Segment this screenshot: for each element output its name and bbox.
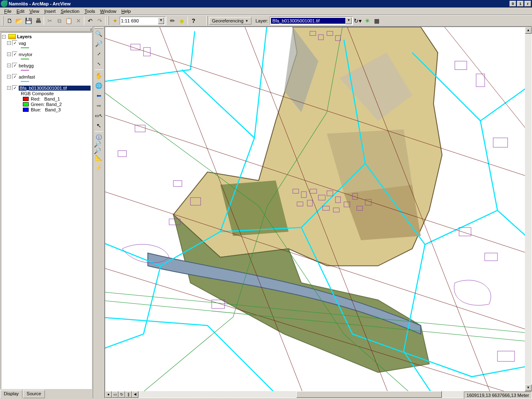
next-extent-button[interactable]: ➡ [94, 101, 103, 110]
layer-symbol[interactable] [21, 81, 29, 82]
layer-item-mvytor[interactable]: - ✓ mvytor [2, 52, 91, 57]
refresh-view-button[interactable]: ↻ [118, 391, 125, 398]
layer-item-raster[interactable]: - ✓ Bfa_b013005001001.tif [2, 85, 91, 91]
editor-toolbar-button[interactable]: ✏ [167, 16, 177, 25]
app-icon [1, 0, 7, 7]
layer-combo[interactable]: Bfa_b013005001001.tif ▼ [270, 17, 353, 25]
save-button[interactable]: 💾 [24, 16, 33, 25]
zoom-in-button[interactable]: 🔍 [94, 29, 103, 38]
layer-checkbox[interactable]: ✓ [12, 40, 17, 46]
horizontal-scrollbar[interactable]: ● ▭ ↻ ‖ ◀ ▶ [105, 391, 525, 398]
coordinates-readout: 1609119,13 6637666,13 Meter [467, 393, 529, 398]
expander-icon[interactable]: - [7, 52, 11, 56]
prev-extent-button[interactable]: ⬅ [94, 91, 103, 100]
toc-tree[interactable]: - Layers - ✓ vag - ✓ mvytor - ✓ bebygg [1, 32, 92, 389]
svg-rect-10 [493, 138, 508, 148]
svg-rect-11 [459, 227, 471, 236]
expander-icon[interactable]: - [7, 64, 11, 67]
scroll-thumb[interactable] [296, 391, 442, 398]
menu-bar: File Edit View Insert Selection Tools Wi… [0, 7, 532, 15]
delete-button[interactable]: ✕ [74, 16, 83, 25]
scroll-up-button[interactable]: ▲ [525, 27, 532, 34]
redo-button[interactable]: ↷ [95, 16, 104, 25]
arccatalog-button[interactable]: ◆ [177, 16, 187, 25]
menu-insert[interactable]: Insert [42, 8, 58, 14]
tab-source[interactable]: Source [23, 390, 45, 398]
rotate-button[interactable]: ↻▾ [353, 16, 362, 25]
fixed-zoom-out-button[interactable]: ⤡ [94, 59, 103, 68]
layer-symbol[interactable] [21, 70, 29, 71]
print-button[interactable]: 🖶 [33, 16, 43, 25]
vertical-scrollbar[interactable]: ▲ ▼ [525, 27, 532, 391]
band-blue: Blue: Band_3 [2, 107, 91, 112]
undo-button[interactable]: ↶ [85, 16, 95, 25]
svg-rect-8 [455, 61, 467, 70]
maximize-button[interactable]: 1 [517, 1, 524, 7]
menu-selection[interactable]: Selection [58, 8, 82, 14]
add-data-button[interactable]: ✦ [110, 16, 120, 25]
map-canvas [105, 27, 532, 398]
minimize-button[interactable]: 0 [510, 1, 516, 7]
expander-icon[interactable]: - [7, 75, 11, 79]
band-red: Red: Band_1 [2, 96, 91, 101]
layer-checkbox[interactable]: ✓ [12, 85, 17, 91]
layer-checkbox[interactable]: ✓ [12, 63, 17, 68]
scale-combo[interactable]: 1:11 690 ▼ [120, 17, 165, 25]
raster-desc: RGB Composite [2, 91, 91, 96]
cut-button[interactable]: ✂ [45, 16, 54, 25]
close-button[interactable]: r [525, 1, 531, 7]
measure-button[interactable]: 📐 [94, 153, 103, 162]
menu-file[interactable]: File [2, 8, 14, 14]
hyperlink-button[interactable]: ⚡ [94, 163, 103, 172]
paste-button[interactable]: 📋 [64, 16, 74, 25]
fixed-zoom-in-button[interactable]: ⤢ [94, 49, 103, 58]
pan-button[interactable]: ✋ [94, 71, 103, 80]
pause-draw-button[interactable]: ‖ [125, 391, 132, 398]
svg-rect-1 [143, 47, 150, 56]
whats-this-button[interactable]: ? [189, 16, 198, 25]
control-points-button[interactable]: ✳ [362, 16, 372, 25]
layers-icon [8, 34, 16, 39]
status-bar: 1609119,13 6637666,13 Meter [464, 392, 532, 399]
layer-symbol[interactable] [21, 47, 29, 48]
layer-checkbox[interactable]: ✓ [12, 74, 17, 79]
svg-rect-12 [485, 253, 498, 261]
layer-checkbox[interactable]: ✓ [12, 52, 17, 57]
find-button[interactable]: 🔎🔎 [94, 143, 103, 152]
data-view-button[interactable]: ● [105, 391, 112, 398]
scroll-left-button[interactable]: ◀ [132, 391, 138, 398]
georeferencing-menu[interactable]: Georeferencing ▼ [209, 17, 251, 25]
zoom-out-button[interactable]: 🔎 [94, 39, 103, 48]
open-button[interactable]: 📂 [14, 16, 24, 25]
layer-item-bebygg[interactable]: - ✓ bebygg [2, 63, 91, 68]
toc-root: Layers [17, 34, 32, 39]
menu-window[interactable]: Window [98, 8, 119, 14]
copy-button[interactable]: ⧉ [54, 16, 64, 25]
layer-item-admfast[interactable]: - ✓ admfast [2, 74, 91, 79]
window-title: Namnlös - ArcMap - ArcView [9, 1, 71, 6]
expander-icon[interactable]: - [7, 86, 11, 90]
select-elements-button[interactable]: ↖ [94, 121, 103, 130]
map-view[interactable]: ▲ ▼ ● ▭ ↻ ‖ ◀ ▶ [105, 27, 532, 398]
layer-label: Layer: [256, 18, 268, 23]
menu-edit[interactable]: Edit [14, 8, 27, 14]
title-bar: Namnlös - ArcMap - ArcView 0 1 r [0, 0, 532, 7]
svg-rect-2 [135, 125, 145, 132]
svg-rect-13 [498, 351, 515, 362]
scroll-down-button[interactable]: ▼ [525, 384, 532, 391]
menu-help[interactable]: Help [119, 8, 133, 14]
tab-display[interactable]: Display [0, 390, 22, 398]
toc-close-icon[interactable]: r [91, 27, 92, 32]
layout-view-button[interactable]: ▭ [112, 391, 118, 398]
view-link-table-button[interactable]: ▦ [372, 16, 382, 25]
new-button[interactable]: 🗋 [5, 16, 14, 25]
layer-item-vag[interactable]: - ✓ vag [2, 40, 91, 46]
menu-tools[interactable]: Tools [82, 8, 98, 14]
full-extent-button[interactable]: 🌐 [94, 81, 103, 90]
toc-header[interactable]: r [0, 27, 93, 32]
expander-icon[interactable]: - [2, 35, 6, 39]
expander-icon[interactable]: - [7, 41, 11, 45]
layer-symbol[interactable] [21, 59, 29, 59]
select-features-button[interactable]: ▭↖ [94, 111, 103, 120]
menu-view[interactable]: View [27, 8, 42, 14]
